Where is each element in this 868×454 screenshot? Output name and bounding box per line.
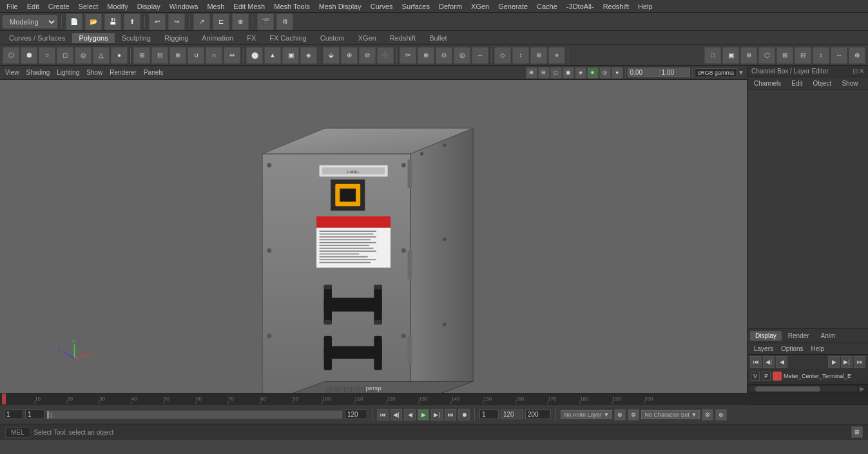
scroll-right-arrow[interactable]: ▶ — [858, 385, 867, 392]
lasso-icon[interactable]: ⊏ — [213, 14, 229, 30]
vp-renderer[interactable]: Renderer — [107, 68, 139, 77]
sphere-icon[interactable]: ⬡ — [3, 47, 19, 64]
boolean-diff-icon[interactable]: ∩ — [206, 47, 222, 64]
right-tool-6[interactable]: ⊟ — [795, 47, 811, 64]
dra-tab-render[interactable]: Render — [783, 331, 815, 341]
menu-edit[interactable]: Edit — [23, 1, 43, 12]
cube-icon[interactable]: ⬢ — [21, 47, 37, 64]
vp-value1[interactable] — [628, 68, 659, 77]
extrude-icon[interactable]: ⬙ — [323, 47, 340, 64]
tab-fx-caching[interactable]: FX Caching — [263, 33, 313, 43]
tab-curves-surfaces[interactable]: Curves / Surfaces — [3, 33, 72, 43]
anim-layer-icon[interactable]: ⊕ — [614, 409, 626, 421]
import-icon[interactable]: ⬆ — [124, 14, 140, 30]
vp-shading[interactable]: Shading — [24, 68, 53, 77]
layers-menu-help[interactable]: Help — [808, 345, 827, 353]
play-record-btn[interactable]: ⏺ — [458, 409, 470, 421]
frame-start-input[interactable] — [4, 410, 23, 419]
play-fwd-btn[interactable]: ▶ — [418, 409, 429, 421]
range-start-input[interactable] — [479, 410, 499, 419]
offset-edge-icon[interactable]: ◎ — [454, 47, 470, 64]
merge-icon[interactable]: ↕ — [512, 47, 529, 64]
plane-icon[interactable]: ◻ — [57, 47, 73, 64]
right-tool-9[interactable]: ⊕ — [849, 47, 865, 64]
vp-icon-1[interactable]: ⊞ — [526, 67, 537, 79]
paint-icon[interactable]: ⊕ — [232, 14, 249, 30]
play-prev-btn[interactable]: ◀ — [404, 409, 416, 421]
disk-icon[interactable]: ● — [111, 47, 128, 64]
color-space-selector[interactable]: sRGB gamma — [695, 68, 738, 77]
cb-tab-show[interactable]: Show — [838, 79, 862, 88]
vp-arrow-down[interactable]: ▼ — [738, 69, 744, 76]
menu-mesh-tools[interactable]: Mesh Tools — [270, 1, 313, 12]
tab-rigging[interactable]: Rigging — [158, 33, 195, 43]
merge-to-center-icon[interactable]: ⊕ — [530, 47, 547, 64]
split-poly-icon[interactable]: ⊗ — [418, 47, 434, 64]
vp-value2[interactable] — [659, 68, 690, 77]
anim-layer-dropdown[interactable]: No Anim Layer ▼ — [561, 410, 612, 419]
layer-name-label[interactable]: Meter_Center_Terminal_E — [784, 373, 865, 379]
vp-shadow-icon[interactable]: ● — [612, 67, 623, 79]
scroll-thumb[interactable] — [755, 386, 820, 392]
fill-hole-icon[interactable]: ⊘ — [359, 47, 376, 64]
extract-icon[interactable]: ⊗ — [169, 47, 186, 64]
menu-redshift[interactable]: Redshift — [599, 1, 633, 12]
tab-animation[interactable]: Animation — [195, 33, 240, 43]
right-tool-4[interactable]: ⬡ — [758, 47, 775, 64]
smooth-icon[interactable]: ⬤ — [246, 47, 263, 64]
new-scene-icon[interactable]: 📄 — [66, 14, 82, 30]
layers-btn-next[interactable]: ▶| — [841, 356, 853, 368]
menu-display[interactable]: Display — [133, 1, 164, 12]
viewport[interactable]: View Shading Lighting Show Renderer Pane… — [0, 66, 747, 393]
play-jump-start-btn[interactable]: ⏮ — [377, 409, 389, 421]
render-icon[interactable]: 🎬 — [257, 14, 274, 30]
layer-playback-btn[interactable]: P — [762, 372, 771, 381]
dra-tab-anim[interactable]: Anim — [816, 331, 841, 341]
layers-btn-prev[interactable]: ◀| — [763, 356, 775, 368]
vp-icon-3[interactable]: ◻ — [550, 67, 562, 79]
collapse-icon[interactable]: ⋄ — [548, 47, 565, 64]
menu-surfaces[interactable]: Surfaces — [398, 1, 434, 12]
menu-cache[interactable]: Cache — [533, 1, 561, 12]
layers-btn-next-next[interactable]: ⏭ — [854, 356, 865, 368]
panel-float-icon[interactable]: ⊡ — [853, 68, 858, 75]
layers-btn-back[interactable]: ◀ — [776, 356, 787, 368]
cone-icon[interactable]: △ — [93, 47, 110, 64]
vp-show[interactable]: Show — [84, 68, 105, 77]
layers-menu-options[interactable]: Options — [778, 345, 805, 353]
play-jump-end-btn[interactable]: ⏭ — [445, 409, 456, 421]
menu-select[interactable]: Select — [75, 1, 102, 12]
frame-current-input[interactable] — [25, 410, 44, 419]
frame-end-input[interactable] — [345, 410, 367, 419]
slide-edge-icon[interactable]: ↔ — [472, 47, 488, 64]
tab-polygons[interactable]: Polygons — [72, 33, 114, 43]
menu-windows[interactable]: Windows — [166, 1, 202, 12]
playback-range-bar[interactable]: 1 — [46, 410, 343, 419]
bevel-icon[interactable]: ◇ — [494, 47, 511, 64]
play-prev-key-btn[interactable]: ◀| — [391, 409, 402, 421]
boolean-union-icon[interactable]: ∪ — [188, 47, 204, 64]
layers-menu-layers[interactable]: Layers — [751, 345, 776, 353]
torus-icon[interactable]: ◎ — [75, 47, 92, 64]
triangulate-icon[interactable]: ▲ — [264, 47, 281, 64]
char-set-icon[interactable]: ⚙ — [702, 409, 713, 421]
right-tool-7[interactable]: ↕ — [813, 47, 829, 64]
cb-tab-object[interactable]: Object — [809, 79, 836, 88]
mirror-icon[interactable]: ⇔ — [224, 47, 240, 64]
tab-bullet[interactable]: Bullet — [423, 33, 454, 43]
right-tool-8[interactable]: ↔ — [831, 47, 847, 64]
range-max-input[interactable] — [525, 410, 551, 419]
quadrangulate-icon[interactable]: ▣ — [282, 47, 299, 64]
menu-help[interactable]: Help — [634, 1, 657, 12]
save-scene-icon[interactable]: 💾 — [104, 14, 121, 30]
auto-key-icon[interactable]: ⊕ — [715, 409, 727, 421]
anim-settings-icon[interactable]: ⚙ — [628, 409, 639, 421]
menu-xgen[interactable]: XGen — [467, 1, 493, 12]
panel-scrollbar[interactable]: ▶ — [747, 384, 868, 393]
menu-curves[interactable]: Curves — [367, 1, 397, 12]
menu-mesh[interactable]: Mesh — [203, 1, 228, 12]
right-tool-1[interactable]: □ — [704, 47, 721, 64]
cut-faces-icon[interactable]: ✂ — [400, 47, 416, 64]
status-bar-icon[interactable]: ⊞ — [851, 426, 863, 438]
menu-file[interactable]: File — [3, 1, 22, 12]
